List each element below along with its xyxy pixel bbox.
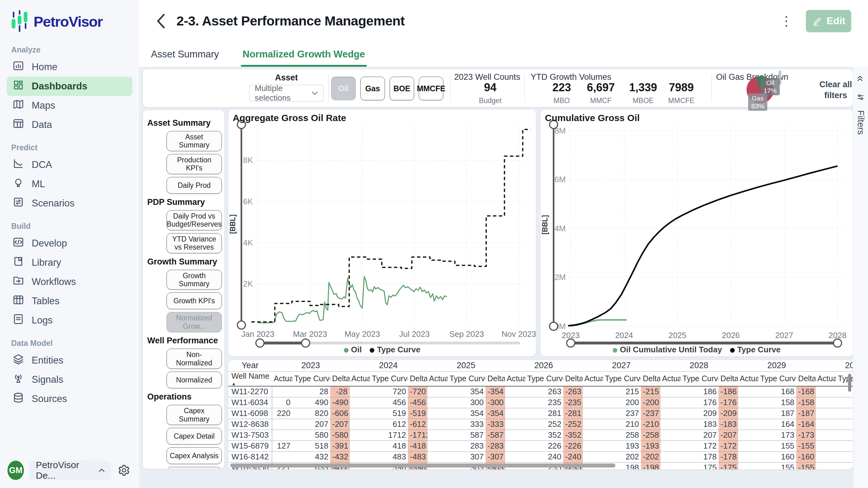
x-tick-label: Sep 2023 xyxy=(449,329,484,339)
y-range-slider-handle-bottom[interactable] xyxy=(550,322,558,330)
column-header-delta-2025[interactable]: Delta xyxy=(486,371,505,386)
column-header-actual-2025[interactable]: Actual xyxy=(427,371,448,386)
column-header-delta-2026[interactable]: Delta xyxy=(563,371,583,386)
sidebar-item-sources[interactable]: Sources xyxy=(7,389,132,409)
sidebar-item-workflows[interactable]: Workflows xyxy=(7,272,132,292)
legend-dot xyxy=(613,348,617,353)
column-header-actual-2026[interactable]: Actual xyxy=(505,371,525,386)
column-header-type-curve-2029[interactable]: Type Curve xyxy=(758,371,796,386)
column-header-type-curve-2023[interactable]: Type Curve xyxy=(292,371,330,386)
sidebar-item-maps[interactable]: Maps xyxy=(7,96,132,115)
sidebar-item-dca[interactable]: DCA xyxy=(7,155,132,174)
unit-button-mmcfe[interactable]: MMCFE xyxy=(419,77,443,100)
actual-cell xyxy=(583,386,603,397)
actual-cell xyxy=(738,386,758,397)
sidebar-item-home[interactable]: Home xyxy=(7,58,132,77)
type-curve-cell: 612 xyxy=(370,419,408,430)
year-header-2029[interactable]: 2029 xyxy=(738,360,815,371)
column-header-actual-2029[interactable]: Actual xyxy=(738,371,758,386)
column-header-delta-2029[interactable]: Delta xyxy=(796,371,815,386)
workspace-selector[interactable]: PetroVisor De... xyxy=(29,461,111,480)
back-button[interactable] xyxy=(154,12,168,30)
actual-cell: 220 xyxy=(272,408,292,419)
chart-title: Cumulative Gross Oil xyxy=(545,113,640,123)
collapse-panel-icon[interactable]: « xyxy=(855,75,866,82)
actual-cell xyxy=(660,451,681,462)
sidebar-item-signals[interactable]: Signals xyxy=(7,370,132,389)
well-name-header-label: Well Name xyxy=(231,371,270,381)
filter-sliders-icon[interactable] xyxy=(856,93,865,101)
maps-icon xyxy=(12,98,24,113)
column-header-type-curve-2027[interactable]: Type Curve xyxy=(603,371,641,386)
column-header-actual-2027[interactable]: Actual xyxy=(583,371,603,386)
sidebar-item-entities[interactable]: Entities xyxy=(7,351,132,370)
unit-button-oil[interactable]: Oil xyxy=(331,77,356,100)
panel-button-cycle-times[interactable]: Cycle Times xyxy=(166,467,222,469)
edit-button[interactable]: Edit xyxy=(806,10,851,32)
column-header-type-curve-2025[interactable]: Type Curve xyxy=(448,371,486,386)
year-header-2024[interactable]: 2024 xyxy=(349,360,427,371)
year-header-2027[interactable]: 2027 xyxy=(583,360,660,371)
panel-heading-pdp-summary: PDP Summary xyxy=(147,197,220,207)
logo[interactable]: PetroVisor xyxy=(0,0,139,37)
panel-button-non-normalized[interactable]: Non-Normalized xyxy=(166,349,222,369)
column-header-delta-2023[interactable]: Delta xyxy=(330,371,349,386)
tab-normalized-growth-wedge[interactable]: Normalized Growth Wedge xyxy=(241,42,367,67)
panel-button-normalized[interactable]: Normalized xyxy=(166,371,222,388)
panel-button-production-kpi-s[interactable]: Production KPI's xyxy=(166,154,222,174)
sidebar-item-data[interactable]: Data xyxy=(7,115,132,134)
column-header-delta-2024[interactable]: Delta xyxy=(408,371,427,386)
sidebar-item-scenarios[interactable]: Scenarios xyxy=(7,194,132,213)
y-range-slider-handle-bottom[interactable] xyxy=(237,321,245,329)
column-header-actual-2024[interactable]: Actual xyxy=(349,371,370,386)
type-curve-cell: 207 xyxy=(681,430,719,441)
panel-button-capex-summary[interactable]: Capex Summary xyxy=(166,405,222,425)
unit-button-boe[interactable]: BOE xyxy=(390,77,414,100)
delta-cell: -193 xyxy=(641,441,660,451)
column-header-actual-2023[interactable]: Actual xyxy=(272,371,292,386)
tab-asset-summary[interactable]: Asset Summary xyxy=(149,42,221,67)
type-curve-cell: 193 xyxy=(603,441,641,451)
column-header-type-curve-2028[interactable]: Type Curve xyxy=(681,371,719,386)
column-header-type-curve-2026[interactable]: Type Curve xyxy=(525,371,563,386)
avatar[interactable]: GM xyxy=(7,461,24,480)
panel-button-growth-summary[interactable]: Growth Summary xyxy=(166,270,222,290)
well-name-header[interactable]: Well Name▲ xyxy=(228,371,272,386)
panel-button-asset-summary[interactable]: Asset Summary xyxy=(166,131,222,151)
panel-button-capex-analysis[interactable]: Capex Analysis xyxy=(166,447,222,464)
panel-button-daily-prod-vs-budget-reserves[interactable]: Daily Prod vs Budget/Reserves xyxy=(166,210,222,230)
vertical-scrollbar-thumb[interactable] xyxy=(848,374,851,392)
sidebar-item-logs[interactable]: Logs xyxy=(7,311,132,330)
column-header-delta-2027[interactable]: Delta xyxy=(641,371,660,386)
year-header-2025[interactable]: 2025 xyxy=(427,360,505,371)
sidebar-item-tables[interactable]: Tables xyxy=(7,292,132,311)
develop-icon xyxy=(12,236,24,251)
clear-all-filters-button[interactable]: Clear all filters xyxy=(814,79,858,101)
type-curve-cell: 432 xyxy=(292,451,330,462)
sidebar-item-ml[interactable]: ML xyxy=(7,174,132,194)
column-header-delta-2028[interactable]: Delta xyxy=(719,371,738,386)
year-header-2023[interactable]: 2023 xyxy=(272,360,349,371)
panel-button-normalized-grow[interactable]: Normalized Grow... xyxy=(166,312,222,332)
settings-button[interactable] xyxy=(116,461,132,479)
year-header-2028[interactable]: 2028 xyxy=(660,360,738,371)
horizontal-scrollbar-thumb[interactable] xyxy=(230,463,615,467)
column-header-type-curve-2024[interactable]: Type Curve xyxy=(370,371,408,386)
sidebar-item-library[interactable]: Library xyxy=(7,253,132,272)
actual-cell xyxy=(505,419,525,430)
panel-button-growth-kpi-s[interactable]: Growth KPI's xyxy=(166,292,222,309)
panel-button-daily-prod[interactable]: Daily Prod xyxy=(166,177,222,194)
asset-filter-dropdown[interactable]: Multiple selections xyxy=(249,85,323,101)
unit-button-gas[interactable]: Gas xyxy=(360,77,385,100)
actual-cell xyxy=(815,441,836,451)
sidebar-item-dashboards[interactable]: Dashboards xyxy=(7,77,132,96)
panel-button-ytd-variance-vs-reserves[interactable]: YTD Variance vs Reserves xyxy=(166,233,222,253)
year-header-2026[interactable]: 2026 xyxy=(505,360,583,371)
ytd-value: 7989 xyxy=(669,81,694,94)
more-menu-button[interactable]: ⋮ xyxy=(775,14,797,28)
sidebar-item-develop[interactable]: Develop xyxy=(7,234,132,253)
panel-button-capex-detail[interactable]: Capex Detail xyxy=(166,428,222,445)
column-header-actual-2030[interactable]: Actual xyxy=(815,371,836,386)
year-header-2030[interactable]: 2030 xyxy=(815,360,853,371)
column-header-actual-2028[interactable]: Actual xyxy=(660,371,681,386)
